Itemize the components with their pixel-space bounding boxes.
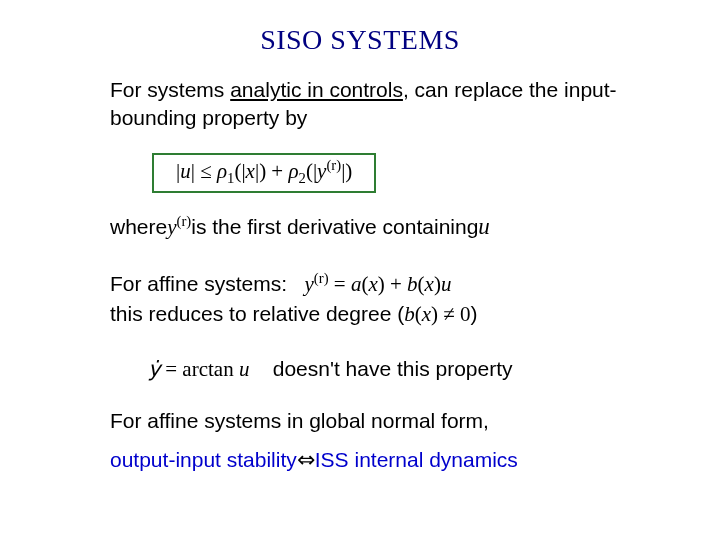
boxed-eq-end: |) bbox=[341, 159, 352, 183]
aff-cond-zero: 0 bbox=[460, 302, 471, 326]
aff-eq-a: a bbox=[351, 272, 362, 296]
ydot-arctan: arctan bbox=[182, 357, 239, 381]
affine-line2: this reduces to relative degree ( b(x) ≠… bbox=[110, 300, 620, 328]
ydot-u: u bbox=[239, 357, 250, 381]
ydot-eq: = bbox=[160, 357, 182, 381]
aff-eq-b: b bbox=[407, 272, 418, 296]
aff-eq-equals: = bbox=[329, 272, 351, 296]
boxed-eq-part1: |u| ≤ ρ bbox=[176, 159, 227, 183]
affine-equation: y(r) = a(x) + b(x)u bbox=[305, 270, 452, 298]
last-line2: output-input stability ⇔ ISS internal dy… bbox=[110, 445, 620, 475]
aff-cond-b: b bbox=[404, 302, 415, 326]
boxed-eq-mid1: (|x|) + ρ bbox=[234, 159, 298, 183]
affine-block: For affine systems: y(r) = a(x) + b(x)u … bbox=[110, 270, 620, 329]
intro-paragraph: For systems analytic in controls, can re… bbox=[110, 76, 620, 133]
boxed-eq-mid2: (|y bbox=[306, 159, 327, 183]
affine-line2-a: this reduces to relative degree ( bbox=[110, 300, 404, 328]
where-expr: y(r) bbox=[167, 213, 191, 241]
intro-underlined: analytic in controls bbox=[230, 78, 403, 101]
boxed-equation: |u| ≤ ρ1(|x|) + ρ2(|y(r)|) bbox=[152, 153, 376, 193]
iff-arrow-icon: ⇔ bbox=[297, 445, 315, 475]
intro-text-a: For systems bbox=[110, 78, 230, 101]
where-expr-sup: (r) bbox=[177, 213, 192, 229]
boxed-eq-sub2: 2 bbox=[299, 170, 306, 186]
last-block: For affine systems in global normal form… bbox=[110, 407, 620, 475]
aff-eq-xu: (x)u bbox=[418, 272, 452, 296]
where-text-a: where bbox=[110, 213, 167, 241]
aff-eq-sup: (r) bbox=[314, 270, 329, 286]
aff-eq-xplus: (x) + bbox=[361, 272, 407, 296]
affine-line2-c: ) bbox=[471, 300, 478, 328]
where-u: u bbox=[478, 211, 490, 242]
output-input-stability: output-input stability bbox=[110, 446, 297, 474]
iss-internal-dynamics: ISS internal dynamics bbox=[315, 446, 518, 474]
slide-title: SISO SYSTEMS bbox=[0, 24, 720, 56]
ydot-lhs: ẏ bbox=[148, 357, 160, 381]
boxed-eq-sup-r: (r) bbox=[326, 157, 341, 173]
aff-cond-rest: (x) ≠ bbox=[415, 302, 460, 326]
where-line: where y(r) is the first derivative conta… bbox=[110, 211, 620, 242]
affine-line2-cond: b(x) ≠ 0 bbox=[404, 300, 470, 328]
slide-body: For systems analytic in controls, can re… bbox=[0, 76, 720, 475]
last-line1: For affine systems in global normal form… bbox=[110, 407, 620, 435]
ydot-equation: ẏ = arctan u bbox=[148, 355, 249, 383]
affine-line1: For affine systems: y(r) = a(x) + b(x)u bbox=[110, 270, 620, 298]
boxed-equation-wrapper: |u| ≤ ρ1(|x|) + ρ2(|y(r)|) bbox=[110, 149, 620, 211]
affine-text-a: For affine systems: bbox=[110, 270, 305, 298]
aff-eq-y: y bbox=[305, 272, 314, 296]
ydot-text: doesn't have this property bbox=[249, 355, 512, 383]
where-text-b: is the first derivative containing bbox=[191, 213, 478, 241]
where-expr-y: y bbox=[167, 215, 176, 239]
ydot-line: ẏ = arctan u doesn't have this property bbox=[148, 355, 620, 383]
slide: SISO SYSTEMS For systems analytic in con… bbox=[0, 0, 720, 540]
